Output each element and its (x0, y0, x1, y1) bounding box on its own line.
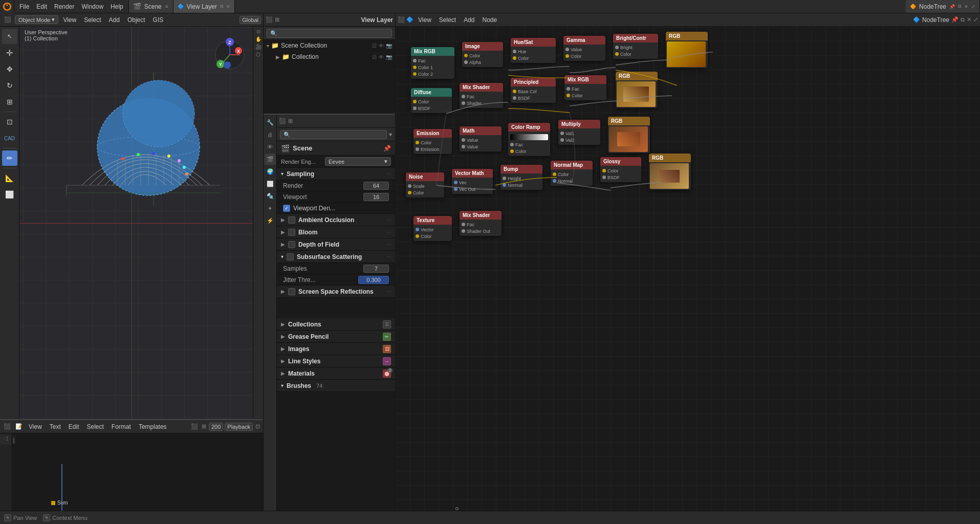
props-display-btn[interactable]: ⊞ (288, 118, 293, 124)
mini-btn-4[interactable]: ⬡ (256, 52, 260, 57)
prop-tab-object[interactable]: ⬜ (265, 178, 276, 189)
prop-tab-render[interactable]: 🔧 (265, 117, 276, 128)
tool-box[interactable]: ⬜ (2, 187, 17, 202)
node-11[interactable]: Math Value Value (460, 126, 502, 151)
scene-tab[interactable]: 🎬 Scene ✕ (129, 0, 173, 13)
node-6[interactable]: Diffuse Color BSDF (411, 88, 452, 113)
node-14[interactable]: Noise Scale Color (406, 172, 444, 198)
bloom-checkbox[interactable] (288, 229, 295, 236)
text-view-menu[interactable]: View (26, 422, 45, 431)
grease-pencil-section[interactable]: ▶ Grease Pencil ✏ (277, 331, 395, 343)
prop-tab-output[interactable]: 🖨 (265, 129, 276, 140)
mat-icon[interactable]: ⬤ 2 (383, 369, 391, 378)
viewport-add-menu[interactable]: Add (106, 15, 123, 25)
prop-tab-physics[interactable]: ⚡ (265, 215, 276, 226)
mini-btn-1[interactable]: ⊙ (256, 29, 260, 34)
prop-tab-particles[interactable]: ✦ (265, 203, 276, 214)
prop-tab-scene[interactable]: 🎬 (265, 154, 276, 165)
viewport-samples-value[interactable]: 16 (363, 193, 389, 201)
node-pin-active[interactable]: 📌 (951, 16, 959, 23)
prop-tab-world[interactable]: 🌍 (265, 166, 276, 177)
sss-samples-value[interactable]: 7 (363, 265, 389, 273)
outliner-collection[interactable]: ▶ 📁 Collection ☑ 👁 📷 (264, 51, 395, 62)
scene-collection-check[interactable]: ☑ (372, 43, 377, 49)
render-engine-dropdown[interactable]: Eevee ▾ (325, 157, 391, 166)
text-text-menu[interactable]: Text (47, 422, 64, 431)
viewport-den-checkbox[interactable]: ✓ (283, 205, 290, 212)
tool-move[interactable]: ✥ (2, 61, 17, 77)
node-output-3[interactable]: RGB (608, 117, 650, 153)
viewport-object-menu[interactable]: Object (124, 15, 148, 25)
frame-number[interactable]: 200 (209, 423, 223, 431)
dof-dots[interactable]: ··· (387, 242, 391, 247)
object-mode-dropdown[interactable]: Object Mode▾ (15, 15, 58, 24)
collections-icon[interactable]: ☰ (383, 320, 391, 329)
node-15[interactable]: Vector Math Vec Vec Out (452, 169, 493, 194)
node-2[interactable]: Image Color Alpha (462, 42, 503, 67)
axis-widget[interactable]: Z Y X (212, 37, 248, 74)
text-templates-menu[interactable]: Templates (136, 422, 170, 431)
tool-transform[interactable]: ⊡ (2, 114, 17, 129)
tool-scale[interactable]: ⊞ (2, 94, 17, 110)
render-samples-value[interactable]: 64 (363, 182, 389, 190)
node-5[interactable]: Bright/Contr Bright Color (613, 34, 658, 59)
node-editor-mode-btn[interactable]: 🔷 (406, 16, 413, 23)
tool-annotate[interactable]: ✏ (2, 150, 17, 166)
sss-checkbox[interactable] (287, 253, 294, 260)
ambient-occlusion-section[interactable]: ▶ Ambient Occlusion ··· (277, 214, 395, 226)
props-type-btn[interactable]: ⬛ (279, 118, 286, 124)
brushes-section[interactable]: ▾ Brushes 74 (277, 380, 395, 392)
viewport-editor-type[interactable]: ⬛ (2, 15, 13, 24)
scene-collection-eye[interactable]: 👁 (379, 43, 384, 49)
node-copy-btn[interactable]: ⧉ (961, 16, 965, 23)
gp-icon[interactable]: ✏ (383, 333, 391, 341)
ssr-section[interactable]: ▶ Screen Space Reflections ··· (277, 286, 395, 298)
node-close-btn[interactable]: ✕ (967, 16, 971, 23)
menu-edit[interactable]: Edit (33, 3, 50, 10)
global-local-dropdown[interactable]: Global (239, 16, 261, 24)
props-pin-btn[interactable]: 📌 (383, 145, 391, 152)
mini-btn-2[interactable]: ✋ (255, 36, 262, 42)
bloom-section[interactable]: ▶ Bloom ··· (277, 226, 395, 238)
anim-extra-btn[interactable]: ⊡ (254, 422, 261, 431)
dof-section[interactable]: ▶ Depth of Field ··· (277, 238, 395, 251)
sampling-dots[interactable]: ··· (387, 171, 391, 177)
anim-type-btn[interactable]: ⬛ (190, 422, 199, 431)
menu-help[interactable]: Help (107, 3, 126, 10)
playback-btn[interactable]: Playback (225, 423, 253, 431)
sss-dots[interactable]: ··· (387, 254, 391, 259)
prop-tab-modifier[interactable]: 🔩 (265, 190, 276, 202)
node-9[interactable]: Mix RGB Fac Color (564, 75, 606, 100)
node-17[interactable]: Normal Map Color Normal (551, 161, 593, 186)
anim-marker-btn[interactable]: ⊞ (201, 422, 207, 431)
node-19[interactable]: Texture Vector Color (413, 216, 452, 241)
node-tree-tab[interactable]: 🔶 NodeTree 📌 ⧉ ✕ ⤢ (906, 0, 980, 13)
jitter-threshold-value[interactable]: 0.300 (358, 276, 389, 284)
props-search-options[interactable]: ▾ (389, 131, 392, 138)
node-expand-btn[interactable]: ⤢ (973, 16, 978, 23)
node-tree-copy[interactable]: ⧉ (958, 4, 961, 9)
node-13[interactable]: Multiply Val1 Val2 (558, 120, 600, 145)
text-editor-type-btn[interactable]: ⬛ (2, 422, 12, 431)
text-editor-mode-btn[interactable]: 📝 (14, 422, 24, 431)
props-search-input[interactable] (280, 130, 387, 139)
node-4[interactable]: Gamma Value Color (563, 36, 605, 61)
ao-checkbox[interactable] (288, 216, 295, 224)
node-10[interactable]: Emission Color Emission (413, 129, 452, 154)
ssr-checkbox[interactable] (288, 288, 295, 295)
node-3[interactable]: Hue/Sat Hue Color (511, 38, 556, 63)
images-icon[interactable]: 🖼 (383, 345, 391, 353)
node-7[interactable]: Mix Shader Fac Shader (460, 83, 503, 108)
viewport-select-menu[interactable]: Select (81, 15, 104, 25)
sampling-section[interactable]: ▾ Sampling ··· (277, 168, 395, 180)
tool-rotate[interactable]: ↻ (2, 78, 17, 93)
view-layer-close[interactable]: ✕ (226, 4, 230, 9)
viewport-3d[interactable]: ↖ ✛ ✥ ↻ ⊞ ⊡ CAD ✏ 📐 ⬜ User Perspective (0, 27, 263, 419)
node-16[interactable]: Bump Height Normal (500, 165, 542, 190)
scene-collection-cam[interactable]: 📷 (386, 43, 392, 49)
text-format-menu[interactable]: Format (108, 422, 134, 431)
text-editor-body[interactable]: 1 | Sum (0, 433, 263, 511)
images-section[interactable]: ▶ Images 🖼 (277, 343, 395, 355)
collections-section[interactable]: ▶ Collections ☰ (277, 318, 395, 331)
node-add-menu[interactable]: Add (461, 15, 477, 25)
